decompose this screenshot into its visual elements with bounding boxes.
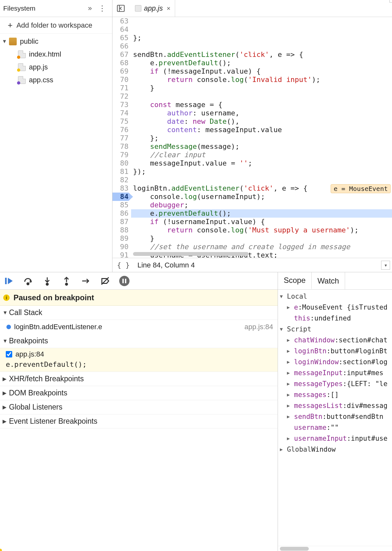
scope-row[interactable]: ▶GlobalWindow: [278, 444, 392, 455]
step-into-button[interactable]: [42, 276, 53, 286]
section-label: Global Listeners: [9, 403, 62, 411]
file-icon: [18, 63, 26, 71]
pause-icon: [119, 276, 129, 286]
chevron-down-icon: ▼: [2, 35, 9, 48]
inline-value-hint: e = MouseEvent: [331, 184, 391, 193]
svg-rect-2: [5, 278, 7, 284]
scope-row[interactable]: ▶e: MouseEvent {isTrusted: [278, 302, 392, 313]
scope-row[interactable]: ▼Local: [278, 291, 392, 302]
section-label: Breakpoints: [9, 337, 48, 345]
folder-icon: [9, 38, 17, 45]
resume-button[interactable]: [3, 276, 14, 286]
step-over-button[interactable]: [22, 276, 33, 286]
close-tab-icon[interactable]: ×: [167, 5, 171, 12]
scope-row[interactable]: username: "": [278, 422, 392, 433]
stack-fn: loginBtn.addEventListener.e: [14, 323, 102, 331]
file-tree: ▼ public index.html app.js app.css: [0, 34, 112, 86]
plus-icon: +: [8, 20, 13, 30]
breakpoint-code: e.preventDefault();: [6, 360, 273, 368]
tree-file-appjs[interactable]: app.js: [0, 61, 112, 74]
editor-area: app.js × 6364656667686970717273747576777…: [112, 0, 392, 272]
debugger-toolbar: [0, 272, 278, 290]
tab-scope[interactable]: Scope: [278, 272, 312, 289]
line-gutter: 6364656667686970717273747576777879808182…: [112, 17, 131, 258]
section-label: DOM Breakpoints: [9, 389, 67, 397]
file-icon: [18, 50, 26, 58]
call-stack-frame[interactable]: loginBtn.addEventListener.e app.js:84: [0, 320, 278, 334]
info-icon: i: [3, 294, 10, 301]
sidebar-header: Filesystem » ⋮: [0, 0, 112, 17]
editor-statusbar: { } Line 84, Column 4 ▾: [112, 258, 392, 272]
breakpoint-checkbox[interactable]: [6, 351, 12, 357]
chevron-down-icon: ▼: [3, 338, 9, 344]
file-label: index.html: [29, 48, 61, 61]
global-listeners-header[interactable]: ▶ Global Listeners: [0, 400, 278, 414]
stack-loc: app.js:84: [245, 323, 273, 331]
scope-row[interactable]: ▶loginBtn: button#loginBt: [278, 346, 392, 357]
debugger-left-panel: i Paused on breakpoint ▼ Call Stack logi…: [0, 272, 278, 551]
scope-row[interactable]: ▶usernameInput: input#use: [278, 433, 392, 444]
step-out-button[interactable]: [61, 276, 72, 286]
event-listener-breakpoints-header[interactable]: ▶ Event Listener Breakpoints: [0, 414, 278, 429]
scope-horizontal-scrollbar[interactable]: [278, 546, 392, 551]
scope-row[interactable]: ▼Script: [278, 324, 392, 335]
code-content[interactable]: };sendBtn.addEventListener('click', e =>…: [131, 17, 392, 258]
editor-tab-appjs[interactable]: app.js ×: [130, 0, 175, 17]
svg-point-4: [27, 283, 29, 285]
pretty-print-icon[interactable]: { }: [117, 261, 130, 269]
section-label: Event Listener Breakpoints: [9, 417, 97, 426]
xhr-breakpoints-header[interactable]: ▶ XHR/fetch Breakpoints: [0, 372, 278, 386]
tab-watch[interactable]: Watch: [312, 272, 345, 289]
section-label: Call Stack: [9, 308, 42, 317]
tree-folder-public[interactable]: ▼ public: [0, 35, 112, 48]
file-label: app.js: [29, 61, 48, 74]
call-stack-header[interactable]: ▼ Call Stack: [0, 306, 278, 320]
file-icon: [135, 5, 141, 12]
debugger-right-panel: Scope Watch ▼Local▶e: MouseEvent {isTrus…: [278, 272, 392, 551]
folder-label: public: [20, 35, 38, 48]
current-frame-icon: [6, 325, 11, 329]
breakpoint-item[interactable]: app.js:84 e.preventDefault();: [0, 348, 278, 372]
pause-exceptions-button[interactable]: [119, 276, 130, 286]
svg-marker-3: [8, 278, 13, 284]
scope-row[interactable]: ▶messagesList: div#messag: [278, 400, 392, 411]
dom-breakpoints-header[interactable]: ▶ DOM Breakpoints: [0, 386, 278, 400]
file-icon: [18, 76, 26, 84]
sidebar-menu-icon[interactable]: ⋮: [95, 4, 109, 13]
scope-row[interactable]: ▶messageTypes: {LEFT: "le: [278, 378, 392, 389]
scope-row[interactable]: ▶sendBtn: button#sendBtn: [278, 411, 392, 422]
scope-row[interactable]: ▶messageInput: input#mes: [278, 367, 392, 378]
step-button[interactable]: [80, 276, 91, 286]
scope-row[interactable]: ▶loginWindow: section#log: [278, 357, 392, 367]
svg-rect-0: [117, 5, 124, 12]
breakpoints-header[interactable]: ▼ Breakpoints: [0, 334, 278, 348]
chevron-right-icon: ▶: [3, 418, 9, 424]
tree-file-appcss[interactable]: app.css: [0, 74, 112, 86]
filesystem-sidebar: Filesystem » ⋮ + Add folder to workspace…: [0, 0, 112, 272]
svg-point-8: [66, 283, 67, 285]
add-folder-button[interactable]: + Add folder to workspace: [0, 17, 112, 34]
scope-tree[interactable]: ▼Local▶e: MouseEvent {isTrustedthis: und…: [278, 290, 392, 546]
chevron-right-icon: ▶: [3, 390, 9, 396]
scope-row[interactable]: this: undefined: [278, 313, 392, 324]
chevron-down-icon: ▼: [3, 310, 9, 316]
toggle-navigator-button[interactable]: [114, 3, 127, 14]
breakpoint-label: app.js:84: [15, 350, 44, 358]
editor-tabbar: app.js ×: [112, 0, 392, 17]
more-tabs-icon[interactable]: »: [85, 4, 95, 13]
tab-label: app.js: [144, 4, 163, 13]
horizontal-scrollbar[interactable]: [133, 252, 249, 256]
statusbar-dropdown-icon[interactable]: ▾: [381, 261, 390, 270]
deactivate-breakpoints-button[interactable]: [100, 276, 111, 286]
section-label: XHR/fetch Breakpoints: [9, 375, 84, 383]
sidebar-title: Filesystem: [3, 5, 85, 12]
add-folder-label: Add folder to workspace: [16, 21, 92, 30]
cursor-position: Line 84, Column 4: [138, 261, 195, 269]
paused-message: Paused on breakpoint: [13, 293, 94, 302]
scope-row[interactable]: ▶messages: []: [278, 389, 392, 400]
code-editor[interactable]: 6364656667686970717273747576777879808182…: [112, 17, 392, 258]
scope-row[interactable]: ▶chatWindow: section#chat: [278, 335, 392, 346]
chevron-right-icon: ▶: [3, 404, 9, 410]
file-label: app.css: [29, 74, 53, 86]
tree-file-index[interactable]: index.html: [0, 48, 112, 61]
